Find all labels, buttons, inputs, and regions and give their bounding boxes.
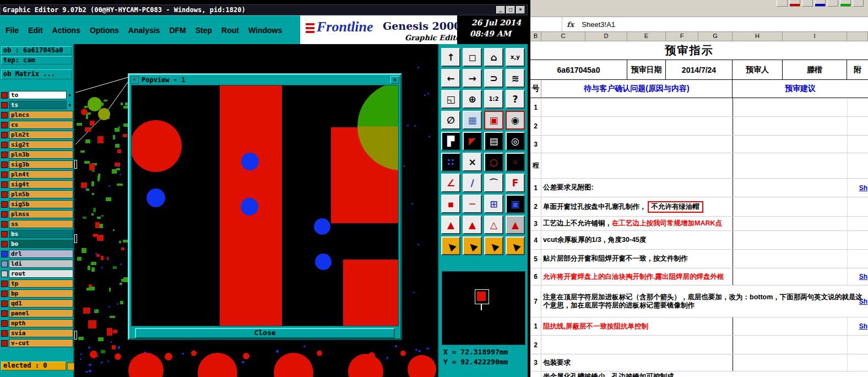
sheet-link[interactable]: Sh: [859, 184, 867, 192]
reviewer-name-cell[interactable]: 滕楷: [783, 60, 847, 79]
tool-angle-measure-button[interactable]: ∠: [441, 174, 460, 192]
tool-zoom-fit-button[interactable]: ◱: [441, 90, 460, 109]
row-number[interactable]: 程: [530, 153, 541, 178]
tool-snap-center-button[interactable]: ◉: [506, 111, 525, 130]
column-header-E[interactable]: E: [627, 32, 666, 41]
minimize-button[interactable]: _: [496, 6, 505, 14]
name-box[interactable]: [530, 17, 562, 31]
tool-line-draw-button[interactable]: ∕: [463, 174, 482, 192]
row-number[interactable]: 2: [530, 117, 541, 135]
tool-red-pad-button[interactable]: ▪: [441, 195, 460, 213]
excel-toolbar-icon[interactable]: [840, 0, 851, 7]
suggestion-header-cell[interactable]: 预审建议: [733, 80, 868, 98]
sheet-row[interactable]: 1公差要求见附图:Sh: [530, 179, 868, 197]
row-question-cell[interactable]: 工艺边上不允许铺铜，在工艺边上按我司常规增加MARK点: [541, 217, 733, 230]
tool-snap-pad-button[interactable]: ▣: [484, 111, 503, 130]
row-number[interactable]: 4: [530, 231, 541, 249]
tool-red-trace-button[interactable]: ─: [463, 195, 482, 213]
row-question-cell[interactable]: 半金属化孔槽披锋少，孔边披锋如可控制成: [541, 371, 868, 377]
sheet-row[interactable]: 3包装要求: [530, 354, 868, 371]
tool-measure-ruler-button[interactable]: ▤: [484, 132, 503, 150]
row-question-cell[interactable]: [541, 98, 733, 116]
tool-point-select-button[interactable]: ◦: [506, 153, 525, 171]
column-header-H[interactable]: H: [733, 32, 783, 41]
tool-clear-view-button[interactable]: ∅: [441, 111, 460, 130]
row-question-cell[interactable]: [541, 336, 733, 354]
row-question-cell[interactable]: 包装要求: [541, 354, 733, 371]
excel-toolbar-icon[interactable]: [853, 0, 864, 7]
tool-blue-pad-button[interactable]: ▣: [506, 195, 525, 213]
row-suggestion-cell[interactable]: [733, 197, 868, 216]
tool-net-points-button[interactable]: ∷: [441, 153, 460, 171]
layer-row-tp[interactable]: tp: [0, 279, 73, 288]
maximize-button[interactable]: □: [506, 6, 515, 14]
layer-row-drl[interactable]: drl: [0, 249, 73, 258]
tool-target-pad-button[interactable]: ◎: [506, 132, 525, 150]
sheet-row[interactable]: 3: [530, 136, 868, 153]
tool-mirror-view-button[interactable]: ◤: [463, 132, 482, 150]
tool-delete-feature-button[interactable]: ×: [463, 153, 482, 171]
excel-toolbar-icon[interactable]: [827, 0, 838, 7]
row-number[interactable]: [530, 371, 541, 377]
layer-row-sig2t[interactable]: sig2t: [0, 140, 73, 149]
sheet-link[interactable]: Sh: [859, 322, 867, 330]
layer-row-qd1[interactable]: qd1: [0, 299, 73, 308]
sheet-row[interactable]: 7注意在顶层字符层加进板标记（含那个箭头），底层也要加，改为：bottom，下面…: [530, 286, 868, 317]
menu-item-actions[interactable]: Actions: [52, 26, 80, 35]
layer-row-cs[interactable]: cs: [0, 120, 73, 130]
sheet-row[interactable]: 2: [530, 336, 868, 354]
tool-select-cursor-1-button[interactable]: ▲: [441, 236, 460, 255]
tool-pan-up-button[interactable]: ↑: [441, 48, 460, 67]
row-number[interactable]: 3: [530, 136, 541, 153]
attachment-label-cell[interactable]: 附: [847, 60, 868, 79]
tool-xy-coordinates-button[interactable]: x,y: [506, 48, 525, 67]
layer-row-svia[interactable]: svia: [0, 328, 73, 338]
font-color-icon[interactable]: [789, 0, 800, 7]
layer-row-sig5b[interactable]: sig5b: [0, 200, 73, 209]
tool-zoom-ratio-button[interactable]: 1:2: [484, 90, 503, 109]
column-header-F[interactable]: F: [666, 32, 698, 41]
tool-arc-draw-button[interactable]: ⌒: [484, 174, 503, 192]
layer-row-to[interactable]: to♦: [0, 90, 73, 100]
sheet-row[interactable]: 6允许将开窗焊盘上的白油块掏开制作.露出阻焊层的焊盘外框Sh: [530, 268, 868, 286]
popview-titlebar[interactable]: × Popview - 1 ×: [129, 75, 400, 85]
tool-triangle-tool-2-button[interactable]: ▲: [463, 216, 482, 234]
menu-item-file[interactable]: File: [6, 26, 19, 35]
fx-icon[interactable]: fx: [567, 20, 574, 29]
row-suggestion-cell[interactable]: Sh: [733, 317, 868, 335]
sheet-row[interactable]: 程: [530, 153, 868, 179]
row-suggestion-cell[interactable]: [733, 98, 868, 116]
overview-thumbnail[interactable]: [442, 271, 525, 345]
row-suggestion-cell[interactable]: [733, 231, 868, 249]
layer-row-pln4t[interactable]: pln4t: [0, 170, 73, 179]
tool-circle-select-button[interactable]: ○: [484, 153, 503, 171]
review-date-value-cell[interactable]: 2014/7/24: [666, 60, 733, 79]
row-question-cell[interactable]: [541, 117, 733, 135]
menu-item-dfm[interactable]: DFM: [169, 26, 186, 35]
row-suggestion-cell[interactable]: [733, 250, 868, 268]
layer-row-pln5b[interactable]: pln5b: [0, 190, 73, 199]
menu-item-rout[interactable]: Rout: [221, 26, 239, 35]
tool-snap-grid-button[interactable]: ⊞: [484, 195, 503, 213]
excel-toolbar-icon[interactable]: [777, 0, 788, 7]
row-question-cell[interactable]: 单面开窗过孔按盘中孔塞孔制作，不允许有绿油帽: [541, 197, 733, 216]
layer-row-ldi[interactable]: ldi: [0, 259, 73, 268]
tool-grid-toggle-button[interactable]: ▦: [463, 111, 482, 130]
layer-row-bs[interactable]: bs: [0, 229, 73, 239]
tool-triangle-tool-1-button[interactable]: ▲: [441, 216, 460, 234]
tool-corner-origin-button[interactable]: ▛: [441, 132, 460, 150]
sheet-row[interactable]: 4vcut余厚板厚的1/3，角度30-45度: [530, 231, 868, 250]
layer-row-ts[interactable]: ts♦: [0, 100, 73, 110]
formula-bar[interactable]: fx Sheet3!A1: [530, 17, 868, 32]
popview-close-icon[interactable]: ×: [390, 76, 399, 84]
column-header-D[interactable]: D: [585, 32, 627, 41]
layer-row-bp[interactable]: bp: [0, 289, 73, 298]
row-suggestion-cell[interactable]: Sh: [733, 268, 868, 285]
titlebar[interactable]: Graphic Editor 9.07b2 (00@HY-HYCAM-PC083…: [0, 4, 528, 15]
layer-row-pln3b[interactable]: pln3b: [0, 150, 73, 159]
row-suggestion-cell[interactable]: [733, 136, 868, 153]
row-suggestion-cell[interactable]: [733, 217, 868, 230]
sheet-link[interactable]: Sh: [859, 298, 867, 305]
row-number[interactable]: 2: [530, 336, 541, 354]
menu-item-windows[interactable]: Windows: [248, 26, 282, 35]
